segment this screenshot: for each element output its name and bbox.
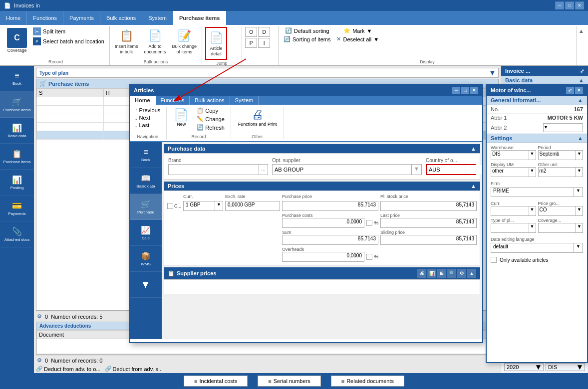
- close-button[interactable]: ✕: [575, 1, 584, 9]
- curr-dropdown[interactable]: ▼: [215, 201, 223, 210]
- last-button[interactable]: ↓ Last: [133, 122, 162, 129]
- articles-maximize-button[interactable]: □: [461, 87, 469, 94]
- incidental-costs-button[interactable]: ≡ Incidental costs: [184, 376, 248, 387]
- sp-collapse-button[interactable]: ▲: [467, 269, 476, 278]
- last-price-input[interactable]: 85,7143: [380, 218, 477, 228]
- country-input[interactable]: [427, 165, 482, 174]
- tab-bulk-actions[interactable]: Bulk actions: [100, 11, 142, 25]
- sp-grid-button[interactable]: ⊞: [437, 269, 446, 278]
- type-of-plan-expand[interactable]: ⯆: [490, 70, 495, 76]
- insert-items-button[interactable]: 📋 Insert itemsin bulk: [113, 27, 140, 56]
- data-editing-language-dropdown[interactable]: ▼: [574, 243, 583, 252]
- exch-rate-input[interactable]: 0,0000 GBP: [225, 201, 280, 211]
- prices-header[interactable]: Prices ▲: [164, 182, 480, 191]
- coverage-button[interactable]: C Coverage: [5, 27, 29, 54]
- sidebar-item-payments[interactable]: 💳 Payments: [0, 195, 34, 221]
- articles-sale-item[interactable]: 📈 Sale: [130, 220, 162, 246]
- sidebar-item-book[interactable]: ≡ Book: [0, 66, 34, 92]
- display-um-dropdown[interactable]: ▼: [529, 168, 536, 177]
- articles-close-button[interactable]: ✕: [470, 87, 478, 94]
- related-docs-button[interactable]: ≡ Related documents: [331, 376, 404, 387]
- new-button[interactable]: 📄 New: [171, 107, 192, 131]
- deduct-adv-s[interactable]: 🔗 Deduct from adv. s...: [105, 366, 163, 372]
- articles-tab-system[interactable]: System: [230, 96, 259, 105]
- tab-functions[interactable]: Functions: [27, 11, 63, 25]
- purchase-costs-checkbox[interactable]: [366, 220, 372, 226]
- period-dropdown[interactable]: ▼: [576, 151, 583, 160]
- tab-payments[interactable]: Payments: [63, 11, 100, 25]
- only-available-checkbox[interactable]: [491, 257, 497, 263]
- next-button[interactable]: ↓ Next: [133, 114, 162, 121]
- opt-supplier-expand-button[interactable]: ▼: [411, 165, 421, 175]
- war-select[interactable]: DIS ⯆: [546, 363, 585, 371]
- serial-numbers-button[interactable]: ≡ Serial numbers: [258, 376, 320, 387]
- motor-abbr2-value[interactable]: ▼: [543, 123, 583, 132]
- curr-dropdown-motor[interactable]: ▼: [529, 206, 536, 215]
- type-of-pl-dropdown[interactable]: ▼: [529, 223, 536, 232]
- articles-minimize-button[interactable]: ─: [452, 87, 460, 94]
- sidebar-item-purchase[interactable]: 📋 Purchase items: [0, 144, 34, 170]
- copy-button[interactable]: 📋 Copy: [195, 107, 227, 114]
- articles-tab-functions[interactable]: Functions: [156, 96, 190, 105]
- pl-stock-price-input[interactable]: 85,7143: [380, 201, 477, 211]
- sp-print-button[interactable]: 🖨: [417, 269, 426, 278]
- previous-button[interactable]: ↑ Previous: [133, 107, 162, 114]
- coverage-dropdown[interactable]: ▼: [576, 223, 583, 232]
- p-button[interactable]: P: [245, 38, 257, 48]
- price-gro-dropdown[interactable]: ▼: [576, 206, 583, 215]
- sp-chart-button[interactable]: 📊: [427, 269, 436, 278]
- minimize-button[interactable]: ─: [555, 1, 564, 9]
- split-item-button[interactable]: ✂ Split item: [31, 27, 106, 36]
- articles-purchase-item[interactable]: 🛒 Purchase: [130, 194, 162, 220]
- motor-expand-button[interactable]: ⤢: [566, 87, 574, 94]
- sp-settings-button[interactable]: ⚙: [457, 269, 466, 278]
- maximize-button[interactable]: □: [565, 1, 574, 9]
- sidebar-item-attached-docs[interactable]: 📎 Attached docs: [0, 221, 34, 247]
- tab-system[interactable]: System: [142, 11, 173, 25]
- purchase-price-input[interactable]: 85,7143: [282, 201, 378, 211]
- overheads-checkbox[interactable]: [366, 254, 372, 260]
- refresh-button[interactable]: 🔄 Refresh: [195, 124, 227, 131]
- opt-supplier-input[interactable]: [273, 165, 411, 175]
- purchase-costs-input[interactable]: 0,0000: [282, 218, 364, 228]
- brand-expand-button[interactable]: ...: [259, 165, 268, 175]
- warehouse-dropdown[interactable]: ▼: [529, 151, 536, 160]
- sorting-items-button[interactable]: 🔃 Sorting of items: [282, 35, 332, 43]
- articles-book-item[interactable]: ≡ Book: [130, 142, 162, 168]
- bulk-change-button[interactable]: 📝 Bulk changeof items: [170, 27, 199, 56]
- sp-filter-button[interactable]: 🔍: [447, 269, 456, 278]
- sidebar-item-posting[interactable]: 📊 Posting: [0, 170, 34, 195]
- mark-button[interactable]: ⭐ Mark ▼: [334, 27, 381, 34]
- other-unit-dropdown[interactable]: ▼: [576, 168, 583, 177]
- overheads-input[interactable]: 0,0000: [282, 252, 364, 262]
- tab-purchase-items[interactable]: Purchase items: [173, 11, 226, 25]
- deselect-button[interactable]: ✕ Deselect all ▼: [334, 35, 381, 43]
- articles-tab-bulk-actions[interactable]: Bulk actions: [190, 96, 230, 105]
- articles-basic-data-item[interactable]: 📖 Basic data: [130, 168, 162, 194]
- article-detail-button[interactable]: 📄 Articledetail: [205, 27, 227, 60]
- general-info-section[interactable]: General informati... ▲: [487, 96, 587, 105]
- supplier-prices-header[interactable]: 📋 Supplier prices 🖨 📊 ⊞ 🔍 ⚙ ▲: [164, 267, 480, 279]
- sidebar-item-purchase-items[interactable]: 🛒 Purchase items: [0, 92, 34, 118]
- sum-input[interactable]: 85,7143: [282, 235, 378, 245]
- d-button[interactable]: D: [258, 27, 270, 37]
- o-button[interactable]: O: [245, 27, 257, 37]
- add-to-docs-button[interactable]: 📄 Add todocuments: [142, 27, 168, 56]
- firm-dropdown[interactable]: ▼: [574, 188, 583, 196]
- default-sorting-button[interactable]: 🔃 Default sorting: [282, 27, 332, 34]
- i-button[interactable]: I: [258, 38, 270, 48]
- ribbon-collapse-button[interactable]: ▲: [577, 26, 586, 36]
- currency-checkbox[interactable]: [167, 203, 173, 209]
- articles-wms-item[interactable]: 📦 WMS: [130, 246, 162, 272]
- functions-print-button[interactable]: 🖨 Functions and Print: [235, 107, 280, 128]
- sliding-price-input[interactable]: 85,7143: [380, 235, 477, 245]
- basic-data-collapse[interactable]: ▲: [579, 77, 584, 83]
- invoice-expand-icon[interactable]: ⤢: [580, 68, 584, 74]
- purchase-data-header[interactable]: Purchase data ▲: [164, 144, 480, 153]
- settings-section[interactable]: Settings ▲: [487, 134, 587, 143]
- sidebar-item-basic-data[interactable]: 📊 Basic data: [0, 118, 34, 144]
- select-batch-button[interactable]: P Select batch and location: [31, 37, 106, 46]
- articles-expand-item[interactable]: ⯆: [130, 272, 162, 298]
- brand-input[interactable]: [169, 165, 259, 175]
- articles-tab-home[interactable]: Home: [130, 96, 156, 105]
